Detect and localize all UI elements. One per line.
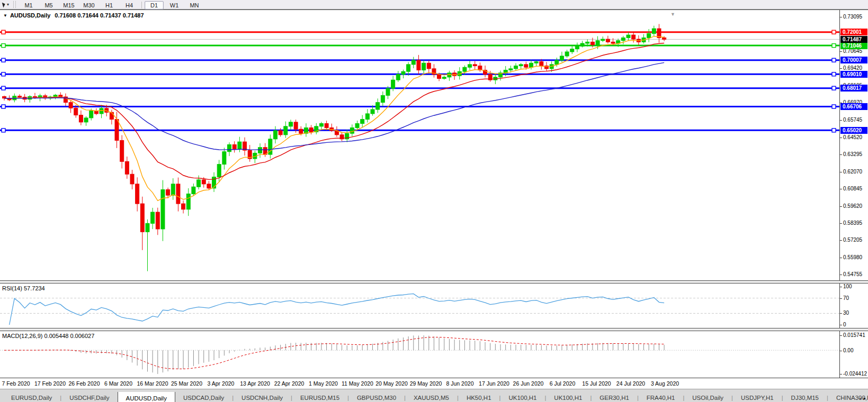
chart-area: ▼AUDUSD,Daily0.71608 0.71644 0.71437 0.7…	[0, 10, 868, 389]
chart-tab-usdcnh-daily[interactable]: USDCNH,Daily	[234, 392, 291, 402]
chart-tab-uk100-h1[interactable]: UK100,H1	[546, 392, 590, 402]
timeframe-button-m1[interactable]: M1	[19, 1, 38, 10]
price-line-label: 0.70007	[840, 57, 867, 63]
tab-scroll-right-icon[interactable]: ▸	[863, 396, 866, 401]
price-tick-label: 0.69420	[843, 65, 862, 71]
macd-label: MACD(12,26,9) 0.005448 0.006027	[2, 333, 94, 339]
date-axis[interactable]: 7 Feb 202017 Feb 202026 Feb 20206 Mar 20…	[0, 378, 868, 389]
date-label: 7 Feb 2020	[2, 380, 30, 387]
price-chart-canvas[interactable]	[0, 10, 839, 280]
chart-tab-uk100-h1[interactable]: UK100,H1	[500, 392, 544, 402]
price-tick-label: 0.58395	[843, 220, 862, 226]
chart-tabs: EURUSD,Daily|USDCHF,DailyAUDUSD,DailyUSD…	[0, 392, 868, 402]
timeframe-button-mn[interactable]: MN	[185, 1, 204, 10]
price-chart-panel[interactable]: ▼AUDUSD,Daily0.71608 0.71644 0.71437 0.7…	[0, 10, 868, 280]
macd-name: MACD(12,26,9)	[2, 333, 42, 339]
tab-scroll-left-icon[interactable]: ◂	[859, 396, 862, 401]
date-label: 24 Jul 2020	[616, 380, 645, 387]
rsi-line	[10, 294, 664, 325]
date-label: 20 May 2020	[375, 380, 408, 387]
chart-tab-usdchf-daily[interactable]: USDCHF,Daily	[61, 392, 117, 402]
pointer-icon	[2, 2, 6, 7]
timeframe-button-d1[interactable]: D1	[145, 1, 164, 10]
dropdown-caret-icon[interactable]: ▾	[7, 2, 9, 7]
date-label: 3 Apr 2020	[208, 380, 235, 387]
date-label: 15 Jul 2020	[582, 380, 611, 387]
rsi-scale-label: 100	[843, 284, 852, 289]
price-line-label: 0.68017	[840, 85, 867, 92]
price-tick-label: 0.57205	[843, 237, 862, 243]
macd-axis[interactable]: 0.015741 0.00 -0.024412	[839, 331, 868, 378]
chart-tab-xauusd-m5[interactable]: XAUUSD,M5	[406, 392, 457, 402]
price-line-label: 0.66706	[840, 103, 867, 110]
date-label: 11 May 2020	[342, 380, 373, 387]
timeframe-button-h1[interactable]: H1	[100, 1, 119, 10]
timeframe-buttons-group: M1M5M15M30H1H4D1W1MN	[19, 0, 204, 10]
macd-canvas[interactable]	[0, 331, 839, 378]
toolbar-grip[interactable]	[13, 1, 16, 8]
date-label: 6 Mar 2020	[104, 380, 132, 387]
macd-scale-top: 0.015741	[843, 332, 865, 338]
macd-values: 0.005448 0.006027	[44, 333, 94, 339]
timeframe-button-m15[interactable]: M15	[59, 1, 78, 10]
rsi-panel[interactable]: RSI(14) 57.7234 10070300	[0, 284, 868, 328]
chart-tab-fra40-h1[interactable]: FRA40,H1	[639, 392, 683, 402]
price-tick-label: 0.60845	[843, 186, 862, 191]
chart-tab-dj30-m15[interactable]: DJ30,M15	[783, 392, 827, 402]
ohlc-values: 0.71608 0.71644 0.71437 0.71487	[55, 12, 144, 19]
timeframe-button-m30[interactable]: M30	[79, 1, 99, 10]
toolbar-separator	[141, 2, 142, 8]
collapse-triangle-icon[interactable]: ▼	[3, 13, 7, 18]
chart-shift-marker-icon[interactable]: ▼	[670, 12, 675, 17]
date-label: 8 Jun 2020	[446, 380, 474, 387]
current-price-label: 0.71487	[840, 36, 867, 43]
timeframe-button-h4[interactable]: H4	[120, 1, 139, 10]
chart-tab-ger30-h1[interactable]: GER30,H1	[592, 392, 637, 402]
macd-signal-line	[4, 337, 664, 369]
macd-panel[interactable]: MACD(12,26,9) 0.005448 0.006027 0.015741…	[0, 331, 868, 378]
chart-tab-usdjpy-h1[interactable]: USDJPY,H1	[733, 392, 782, 402]
rsi-scale-label: 70	[843, 295, 849, 301]
rsi-value: 57.7234	[24, 285, 45, 291]
timeframe-toolbar: ▾ M1M5M15M30H1H4D1W1MN	[0, 0, 868, 10]
date-label: 3 Aug 2020	[651, 380, 679, 387]
price-tick-label: 0.62070	[843, 169, 862, 175]
macd-scale-zero: 0.00	[843, 348, 853, 353]
date-label: 1 May 2020	[309, 380, 338, 387]
date-label: 26 Jun 2020	[513, 380, 544, 387]
horizontal-lines	[0, 30, 839, 132]
price-tick-label: 0.59620	[843, 203, 862, 209]
date-label: 16 Mar 2020	[137, 380, 168, 387]
price-tick-label: 0.64520	[843, 134, 862, 140]
price-tick-label: 0.65745	[843, 117, 862, 123]
macd-histogram	[4, 335, 664, 374]
chart-tab-audusd-daily[interactable]: AUDUSD,Daily	[118, 392, 175, 402]
timeframe-button-m5[interactable]: M5	[39, 1, 58, 10]
chart-tab-usdcad-daily[interactable]: USDCAD,Daily	[175, 392, 232, 402]
rsi-label: RSI(14) 57.7234	[2, 285, 45, 291]
chart-tab-eurusd-daily[interactable]: EURUSD,Daily	[3, 392, 60, 402]
chart-title: ▼AUDUSD,Daily0.71608 0.71644 0.71437 0.7…	[3, 12, 144, 19]
rsi-canvas[interactable]	[0, 284, 839, 328]
chart-tab-eurusd-m15[interactable]: EURUSD,M15	[292, 392, 347, 402]
rsi-name: RSI(14)	[2, 285, 22, 291]
date-label: 17 Feb 2020	[34, 380, 66, 387]
date-label: 29 May 2020	[410, 380, 442, 387]
chart-tab-usoil-daily[interactable]: USOil,Daily	[684, 392, 731, 402]
price-line-label: 0.72001	[840, 29, 867, 35]
price-axis[interactable]: 0.730950.718700.706450.694200.681950.669…	[839, 10, 868, 280]
price-tick-label: 0.73095	[843, 14, 862, 20]
rsi-scale-label: 0	[843, 322, 846, 327]
price-tick-label: 0.54755	[843, 271, 862, 277]
rsi-axis[interactable]: 10070300	[839, 284, 868, 328]
chart-tab-hk50-h1[interactable]: HK50,H1	[459, 392, 499, 402]
chart-tab-gbpusd-m30[interactable]: GBPUSD,M30	[349, 392, 404, 402]
date-label: 13 Apr 2020	[240, 380, 270, 387]
mt4-chart-window: ▾ M1M5M15M30H1H4D1W1MN ▼AUDUSD,Daily0.71…	[0, 0, 868, 402]
cursor-tool-button[interactable]: ▾	[1, 1, 11, 8]
timeframe-button-w1[interactable]: W1	[165, 1, 184, 10]
price-line-label: 0.69010	[840, 71, 867, 78]
date-label: 25 Mar 2020	[171, 380, 202, 387]
date-label: 17 Jun 2020	[479, 380, 509, 387]
macd-scale-bottom: -0.024412	[843, 371, 867, 377]
